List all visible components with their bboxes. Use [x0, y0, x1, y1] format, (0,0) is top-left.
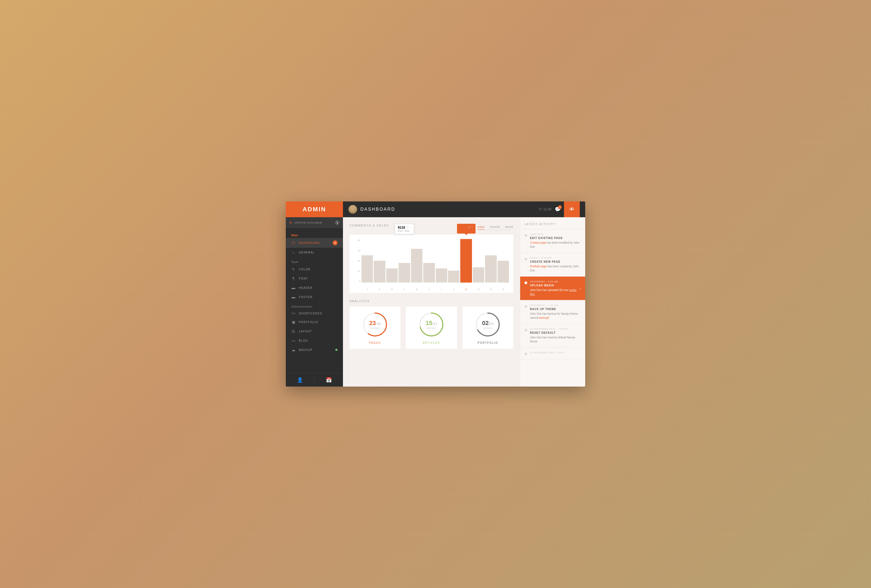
act-time-5: 18 NOVEMBER 2013 - 7:35 AM [530, 328, 581, 330]
x-label-D: D [498, 288, 509, 291]
tab-month[interactable]: month [490, 225, 500, 230]
chart-container: 40 30 20 10 0 9116 ⓘ › 2/12 - 5/ [350, 235, 513, 293]
chart-section: COMMENTS & SALES year month week 40 [350, 224, 513, 293]
bar-7 [448, 271, 459, 283]
portfolio-page-link[interactable]: Portfolio page [530, 265, 547, 268]
sidebar-item-header[interactable]: ▬ HEADER [286, 283, 343, 292]
notification-badge: 3 [558, 205, 562, 209]
portfolio-current: 02 [482, 320, 489, 326]
sidebar-item-portfolio[interactable]: ▣ PORTFOLIO [286, 317, 343, 327]
bar-col-4 [411, 239, 422, 283]
main-content: DASHBOARD ⏱ 11:45 💬 3 👁 [343, 202, 585, 386]
tab-week[interactable]: week [505, 225, 513, 230]
pages-current: 23 [369, 320, 376, 326]
color-icon: ✎ [291, 267, 296, 271]
dashboard-label: DASHBOARD [299, 241, 329, 244]
activity-dot-6 [524, 353, 527, 355]
activity-item-1: JUST NOW EDIT EXISTING PAGE Contact page… [520, 229, 585, 253]
bar-11 [498, 261, 509, 283]
portfolio-separator: /03 [489, 322, 494, 326]
act-desc-1: Contact page has been modified by John D… [530, 241, 581, 249]
bar-col-3: 9116 ⓘ › 2/12 - 5/12 [398, 239, 410, 283]
act-desc-3: John Doe has uploaded 06 new media files [530, 288, 577, 296]
main-panel: COMMENTS & SALES year month week 40 [343, 217, 520, 386]
main-section-label: Main [286, 231, 343, 238]
font-label: FONT [299, 277, 338, 280]
calendar-icon[interactable]: 📅 [326, 377, 332, 383]
bar-col-11 [498, 239, 509, 283]
activity-dot-1 [524, 234, 527, 237]
portfolio-actives: actives [482, 327, 494, 329]
time-display: 11:45 [543, 208, 551, 211]
pages-chart: 23/38 actives [361, 311, 389, 338]
activity-item-3: YESTERDAY - 9:00 AM UPLOAD MEDIA John Do… [520, 277, 585, 300]
activity-panel: LATEST ACTIVITY JUST NOW EDIT EXISTING P… [520, 217, 585, 386]
eye-icon: 👁 [569, 206, 575, 212]
sidebar-item-layout[interactable]: ⊟ LAYOUT [286, 327, 343, 336]
pages-actives: actives [369, 327, 381, 329]
sidebar-item-blog[interactable]: ▭ BLOG [286, 336, 343, 345]
topbar-time: ⏱ 11:45 [539, 208, 551, 211]
bar-col-8: 1130 ⓘ › 6/12 - 9/12 [460, 239, 472, 283]
x-label-A: A [448, 288, 459, 291]
layout-label: LAYOUT [299, 330, 338, 333]
bar-9 [473, 267, 484, 283]
user-icon[interactable]: 👤 [297, 377, 303, 383]
footer-divider [314, 377, 314, 383]
pages-card: 23/38 actives PAGES [350, 307, 400, 349]
backup2-link[interactable]: backup2 [539, 316, 549, 319]
sidebar-footer: 👤 📅 [286, 373, 343, 386]
avatar-image [349, 205, 357, 214]
content-area: COMMENTS & SALES year month week 40 [343, 217, 585, 386]
activity-dot-3 [524, 281, 527, 284]
act-time-6: 14 NOVEMBER 2013 - 9:40 [530, 352, 581, 354]
sidebar-nav: Main ⬡ DASHBOARD 4 ⌂ GENERAL Style ✎ COL… [286, 228, 343, 373]
clock-icon: ⏱ [539, 208, 542, 211]
bar-6 [436, 268, 447, 283]
portfolio-label: PORTFOLIO [299, 321, 338, 324]
x-label-S: S [460, 288, 472, 291]
act-content-3: YESTERDAY - 9:00 AM UPLOAD MEDIA John Do… [530, 280, 577, 296]
sidebar-item-backup[interactable]: ☁ BACKUP [286, 345, 343, 355]
pages-separator: /38 [376, 322, 381, 326]
shortcodes-label: SHORTCODES [299, 312, 338, 315]
bar-2 [386, 268, 398, 283]
x-label-O: O [473, 288, 484, 291]
act-content-5: 18 NOVEMBER 2013 - 7:35 AM RESET DEFAULT… [530, 328, 581, 344]
avatar [349, 205, 357, 214]
activity-item-4: YESTERDAY - 7:20 AM BACK UP THEME John D… [520, 300, 585, 324]
activity-item-6: 14 NOVEMBER 2013 - 9:40 [520, 348, 585, 359]
sidebar-item-footer[interactable]: ▬ FOOTER [286, 292, 343, 302]
header-icon: ▬ [291, 286, 296, 290]
act-time-1: JUST NOW [530, 233, 581, 235]
articles-separator: /21 [432, 322, 437, 326]
bar-4 [411, 249, 422, 283]
header-label: HEADER [299, 286, 338, 289]
activity-item-2: TODAY - 8:30 PM CREATE NEW PAGE Portfoli… [520, 253, 585, 277]
topbar: DASHBOARD ⏱ 11:45 💬 3 👁 [343, 202, 585, 217]
analytics-section: ANALITICS 23/38 active [350, 298, 513, 349]
sidebar-item-color[interactable]: ✎ COLOR [286, 265, 343, 274]
articles-actives: actives [426, 327, 437, 329]
act-title-1: EDIT EXISTING PAGE [530, 236, 581, 239]
x-label-A: A [398, 288, 410, 291]
sidebar-item-dashboard[interactable]: ⬡ DASHBOARD 4 [286, 238, 343, 248]
bar-col-7 [448, 239, 459, 283]
update-bar[interactable]: ↻ UPDATE AVAILABLE 1 [286, 217, 343, 228]
analytics-title: ANALITICS [350, 299, 370, 303]
sidebar-item-shortcodes[interactable]: </> SHORTCODES [286, 309, 343, 317]
sidebar-item-general[interactable]: ⌂ GENERAL [286, 248, 343, 257]
backup-dot [335, 349, 338, 351]
tab-year[interactable]: year [478, 225, 485, 230]
x-label-M: M [411, 288, 422, 291]
bar-col-2 [386, 239, 398, 283]
sidebar-item-font[interactable]: ¶ FONT [286, 274, 343, 283]
home-icon: ⌂ [291, 250, 296, 254]
contact-page-link[interactable]: Contact page [530, 241, 546, 244]
y-label-30: 30 [358, 249, 361, 252]
notification-button[interactable]: 💬 3 [555, 206, 561, 212]
media-files-link[interactable]: media files [530, 289, 576, 296]
preview-button[interactable]: 👁 [564, 202, 580, 217]
update-badge: 1 [335, 220, 340, 225]
bar-8 [460, 239, 472, 283]
